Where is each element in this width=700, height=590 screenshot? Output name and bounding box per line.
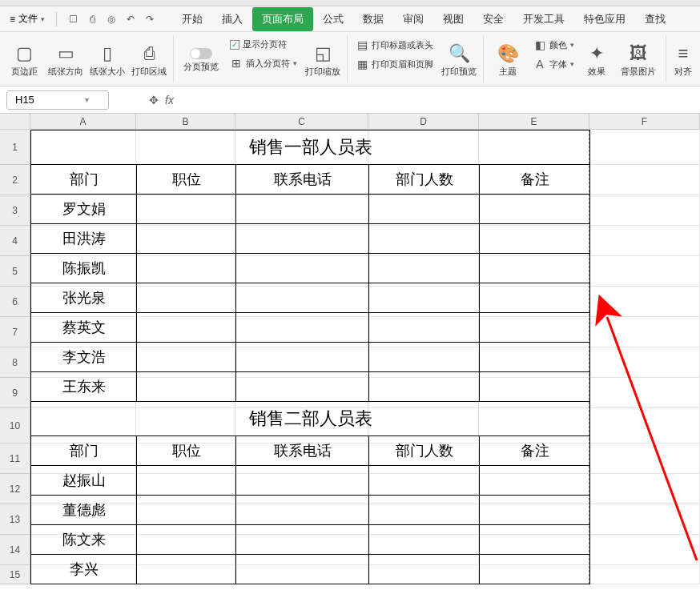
theme-options: ◧ 颜色▾ A 字体▾: [530, 37, 577, 72]
select-all-corner[interactable]: [0, 114, 30, 130]
print-scaling-button[interactable]: ◱ 打印缩放: [304, 37, 342, 83]
font-icon: A: [533, 58, 546, 70]
cell-reference-box[interactable]: H15 ▾: [6, 90, 109, 110]
tab-find[interactable]: 查找: [635, 7, 675, 31]
col-header-d[interactable]: D: [368, 114, 479, 129]
cells-area[interactable]: 销售一部人员表 部门 职位 联系电话 部门人数 备注 罗文娟 田洪涛 陈振凯 张…: [30, 130, 700, 584]
row-header-4[interactable]: 4: [0, 226, 30, 256]
row-header-6[interactable]: 6: [0, 287, 30, 317]
orientation-icon: ▭: [58, 43, 74, 64]
tab-page-layout[interactable]: 页面布局: [252, 7, 313, 31]
row-header-10[interactable]: 10: [0, 408, 30, 444]
tab-insert[interactable]: 插入: [212, 7, 252, 31]
header-footer-button[interactable]: ▦ 打印页眉和页脚: [352, 56, 436, 72]
file-menu[interactable]: ≡ 文件 ▾: [3, 12, 51, 26]
margins-button[interactable]: ▢ 页边距: [5, 37, 43, 83]
page-break-options: ✓ 显示分页符 ⊞ 插入分页符 ▾: [227, 37, 300, 71]
col-header-a[interactable]: A: [30, 114, 136, 129]
table-row: 张光泉: [31, 283, 590, 313]
print-preview-button[interactable]: 🔍 打印预览: [440, 37, 478, 83]
preview-icon[interactable]: ◎: [105, 13, 118, 26]
print-preview-icon: 🔍: [449, 43, 470, 64]
table2-title: 销售二部人员表: [31, 402, 590, 436]
row-header-1[interactable]: 1: [0, 130, 30, 165]
print-titles-label: 打印标题或表头: [372, 39, 433, 51]
row-header-9[interactable]: 9: [0, 378, 30, 408]
tab-start[interactable]: 开始: [172, 7, 212, 31]
hamburger-icon: ≡: [10, 14, 15, 25]
fonts-button[interactable]: A 字体▾: [530, 56, 577, 72]
row-header-13[interactable]: 13: [0, 504, 30, 535]
paper-size-label: 纸张大小: [90, 66, 125, 78]
col-header-e[interactable]: E: [479, 114, 589, 129]
header-footer-icon: ▦: [356, 58, 368, 70]
row-header-12[interactable]: 12: [0, 474, 30, 504]
row-header-8[interactable]: 8: [0, 347, 30, 378]
row-header-3[interactable]: 3: [0, 195, 30, 226]
cellref-dropdown-icon[interactable]: ▾: [58, 95, 108, 104]
col-header-f[interactable]: F: [589, 114, 700, 129]
tab-data[interactable]: 数据: [353, 7, 393, 31]
show-page-break-checkbox[interactable]: ✓ 显示分页符: [227, 37, 300, 52]
insert-page-break-button[interactable]: ⊞ 插入分页符 ▾: [227, 55, 300, 71]
colors-button[interactable]: ◧ 颜色▾: [530, 37, 577, 53]
chevron-down-icon: ▾: [293, 59, 297, 67]
row-header-5[interactable]: 5: [0, 256, 30, 287]
column-headers: A B C D E F: [30, 114, 700, 130]
tab-review[interactable]: 审阅: [393, 7, 433, 31]
chevron-down-icon: ▾: [570, 41, 574, 49]
grid-body: 1 2 3 4 5 6 7 8 9 10 11 12 13 14 15: [0, 130, 700, 584]
print-area-icon: ⎙: [144, 43, 155, 64]
print-preview-label: 打印预览: [441, 66, 477, 78]
print-area-button[interactable]: ⎙ 打印区域: [130, 37, 168, 83]
tab-special[interactable]: 特色应用: [574, 7, 635, 31]
scaling-icon: ◱: [315, 43, 332, 64]
table1-title-row: 销售一部人员表: [31, 130, 590, 165]
zoom-icon[interactable]: ✥: [149, 94, 159, 106]
row-header-7[interactable]: 7: [0, 317, 30, 347]
paper-size-button[interactable]: ▯ 纸张大小: [88, 37, 127, 83]
colors-label: 颜色: [549, 39, 567, 51]
insert-break-icon: ⊞: [230, 57, 243, 70]
tab-formulas[interactable]: 公式: [313, 7, 353, 31]
effects-button[interactable]: ✦ 效果: [581, 37, 613, 83]
table1-name-6: 王东来: [31, 372, 137, 402]
table1-name-5: 李文浩: [31, 343, 137, 372]
print-titles-stack: ▤ 打印标题或表头 ▦ 打印页眉和页脚: [352, 37, 436, 72]
undo-icon[interactable]: ↶: [124, 13, 137, 26]
page-break-preview-button[interactable]: 分页预览: [179, 37, 223, 83]
save-icon[interactable]: ☐: [66, 13, 79, 26]
formula-input-area: ✥ fx: [149, 91, 320, 109]
table-row: 陈振凯: [31, 254, 590, 283]
row-header-11[interactable]: 11: [0, 444, 30, 474]
table1-header-row: 部门 职位 联系电话 部门人数 备注: [31, 165, 590, 195]
table1-header-0: 部门: [31, 165, 137, 195]
table1-name-0: 罗文娟: [31, 195, 137, 224]
header-footer-label: 打印页眉和页脚: [372, 58, 433, 70]
bg-picture-button[interactable]: 🖼 背景图片: [616, 37, 661, 83]
titles-icon: ▤: [356, 38, 368, 51]
redo-icon[interactable]: ↷: [143, 13, 156, 26]
fx-icon[interactable]: fx: [165, 94, 174, 106]
tab-devtools[interactable]: 开发工具: [513, 7, 574, 31]
table2-name-3: 李兴: [31, 555, 137, 584]
column-header-row: A B C D E F: [0, 114, 700, 130]
row-header-2[interactable]: 2: [0, 165, 30, 195]
print-quick-icon[interactable]: ⎙: [86, 13, 99, 26]
col-header-c[interactable]: C: [235, 114, 368, 129]
effects-icon: ✦: [589, 43, 604, 64]
row-header-15[interactable]: 15: [0, 565, 30, 584]
themes-button[interactable]: 🎨 主题: [489, 37, 527, 83]
table-row: 陈文来: [31, 525, 590, 555]
toggle-icon: [190, 48, 212, 59]
picture-icon: 🖼: [630, 43, 647, 64]
formula-input[interactable]: [180, 91, 320, 109]
align-button[interactable]: ≡ 对齐: [671, 37, 695, 83]
size-icon: ▯: [103, 43, 112, 64]
col-header-b[interactable]: B: [136, 114, 235, 129]
print-titles-button[interactable]: ▤ 打印标题或表头: [352, 37, 436, 53]
tab-security[interactable]: 安全: [473, 7, 513, 31]
row-header-14[interactable]: 14: [0, 535, 30, 565]
orientation-button[interactable]: ▭ 纸张方向: [46, 37, 85, 83]
tab-view[interactable]: 视图: [433, 7, 473, 31]
